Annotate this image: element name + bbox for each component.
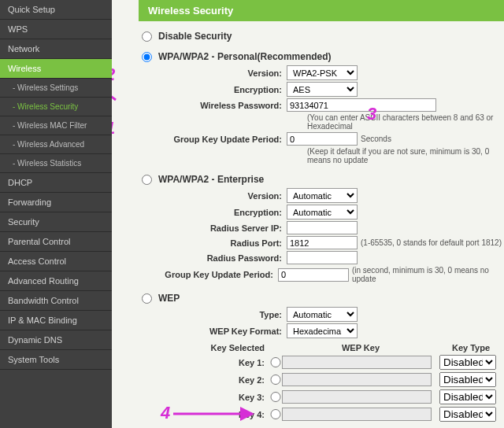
label-radius-pw: Radius Password:	[154, 253, 287, 263]
label-key-type-col: Key Type	[439, 343, 502, 352]
label-ent-encryption: Encryption:	[154, 208, 287, 217]
radio-wep-key4[interactable]	[269, 409, 282, 419]
radio-wep[interactable]	[142, 293, 152, 304]
radio-disable-security[interactable]	[142, 31, 152, 42]
sidebar-item-wireless[interactable]: Wireless	[0, 59, 112, 79]
input-radius-ip[interactable]	[287, 221, 358, 234]
select-wep-key4-type[interactable]: Disabled	[439, 407, 496, 422]
sidebar-item-dynamic-dns[interactable]: Dynamic DNS	[0, 330, 112, 350]
label-wpa-enterprise: WPA/WPA2 - Enterprise	[158, 174, 264, 185]
hint-seconds: Seconds	[361, 135, 391, 143]
label-group-key: Group Key Update Period:	[154, 135, 287, 144]
label-wep-type: Type:	[154, 310, 287, 319]
select-ent-encryption[interactable]: Automatic	[287, 205, 358, 220]
input-wep-key1[interactable]	[282, 356, 432, 369]
label-key3: Key 3:	[143, 393, 269, 402]
label-disable-security: Disable Security	[158, 31, 232, 42]
select-personal-version[interactable]: WPA2-PSK	[287, 65, 358, 80]
hint-password: (You can enter ASCII characters between …	[307, 113, 504, 131]
label-key2: Key 2:	[143, 375, 269, 385]
input-radius-port[interactable]	[287, 236, 358, 249]
hint-group-key: (Keep it default if you are not sure, mi…	[307, 147, 504, 164]
select-ent-version[interactable]: Automatic	[287, 188, 358, 203]
sidebar-sub-wireless-statistics[interactable]: - Wireless Statistics	[0, 154, 112, 173]
radio-wpa-enterprise[interactable]	[142, 175, 152, 185]
label-wpa-personal: WPA/WPA2 - Personal(Recommended)	[158, 51, 332, 62]
hint-ent-group-key: (in second, minimum is 30, 0 means no up…	[352, 266, 504, 283]
input-wep-key2[interactable]	[282, 373, 432, 386]
label-wep-format: WEP Key Format:	[154, 327, 287, 336]
sidebar-item-network[interactable]: Network	[0, 39, 112, 59]
svg-line-0	[112, 76, 116, 100]
label-ent-group-key: Group Key Update Period:	[154, 270, 278, 279]
input-personal-group-key[interactable]	[287, 132, 358, 146]
radio-wep-key3[interactable]	[269, 392, 282, 402]
select-wep-key2-type[interactable]: Disabled	[439, 372, 496, 387]
sidebar-item-advanced-routing[interactable]: Advanced Routing	[0, 271, 112, 291]
page-title: Wireless Security	[139, 0, 504, 21]
label-radius-ip: Radius Server IP:	[154, 223, 287, 233]
sidebar-item-ip-mac-binding[interactable]: IP & MAC Binding	[0, 311, 112, 330]
input-wep-key3[interactable]	[282, 390, 432, 404]
sidebar-item-bandwidth-control[interactable]: Bandwidth Control	[0, 291, 112, 311]
input-wireless-password[interactable]	[287, 98, 436, 112]
sidebar-item-system-tools[interactable]: System Tools	[0, 350, 112, 370]
input-ent-group-key[interactable]	[278, 268, 349, 282]
main-content: Wireless Security Disable Security WPA/W…	[112, 0, 504, 428]
sidebar-item-access-control[interactable]: Access Control	[0, 252, 112, 271]
input-radius-password[interactable]	[287, 251, 358, 264]
label-wireless-password: Wireless Password:	[154, 101, 287, 110]
sidebar-sub-wireless-security[interactable]: - Wireless Security	[0, 98, 112, 116]
sidebar-item-security[interactable]: Security	[0, 212, 112, 232]
label-wep-key-col: WEP Key	[282, 343, 439, 352]
select-wep-key1-type[interactable]: Disabled	[439, 355, 496, 370]
label-ent-version: Version:	[154, 191, 287, 201]
radio-wep-key2[interactable]	[269, 374, 282, 385]
sidebar-item-forwarding[interactable]: Forwarding	[0, 193, 112, 212]
label-version: Version:	[154, 68, 287, 78]
sidebar-sub-wireless-settings[interactable]: - Wireless Settings	[0, 79, 112, 98]
sidebar-sub-wireless-advanced[interactable]: - Wireless Advanced	[0, 135, 112, 154]
select-personal-encryption[interactable]: AES	[287, 82, 358, 97]
arrow-icon	[112, 72, 120, 104]
annotation-2: 2	[112, 65, 115, 85]
sidebar-item-wps[interactable]: WPS	[0, 20, 112, 39]
select-wep-key3-type[interactable]: Disabled	[439, 389, 496, 404]
radio-wpa-personal[interactable]	[142, 52, 152, 62]
label-key4: Key 4:	[143, 410, 269, 419]
select-wep-type[interactable]: Automatic	[287, 307, 358, 322]
sidebar-item-parental-control[interactable]: Parental Control	[0, 232, 112, 252]
label-radius-port: Radius Port:	[154, 238, 287, 248]
label-wep: WEP	[158, 293, 180, 304]
select-wep-format[interactable]: Hexadecimal	[287, 323, 358, 338]
hint-radius-port: (1-65535, 0 stands for default port 1812…	[361, 238, 502, 247]
sidebar-sub-wireless-mac-filter[interactable]: - Wireless MAC Filter	[0, 116, 112, 135]
label-encryption: Encryption:	[154, 85, 287, 94]
sidebar-item-quick-setup[interactable]: Quick Setup	[0, 0, 112, 20]
input-wep-key4[interactable]	[282, 408, 432, 421]
radio-wep-key1[interactable]	[269, 357, 282, 367]
sidebar-item-dhcp[interactable]: DHCP	[0, 173, 112, 193]
label-key-selected: Key Selected	[143, 343, 269, 352]
sidebar: Quick Setup WPS Network Wireless - Wirel…	[0, 0, 112, 428]
label-key1: Key 1:	[143, 358, 269, 367]
annotation-1: 1	[112, 118, 115, 138]
